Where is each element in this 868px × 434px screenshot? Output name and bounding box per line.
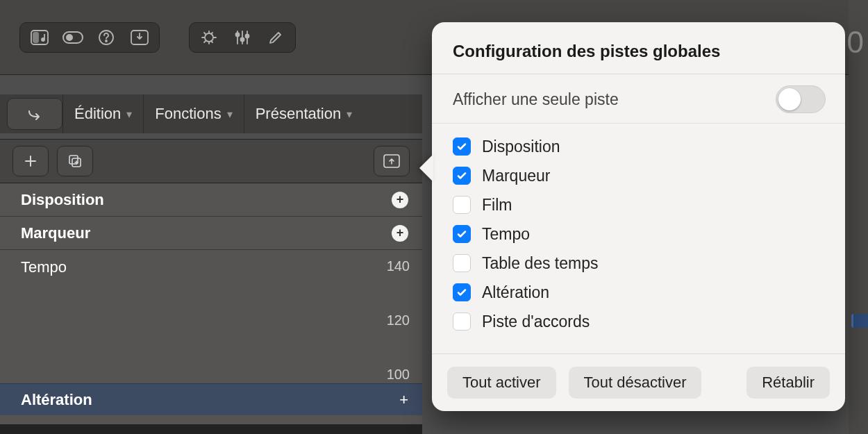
- track-label: Disposition: [21, 191, 104, 209]
- check-item-label: Film: [482, 196, 512, 215]
- bottom-divider: [0, 424, 422, 434]
- smart-controls-icon[interactable]: [192, 24, 226, 51]
- checkbox[interactable]: [453, 312, 471, 331]
- add-circle-icon[interactable]: +: [399, 391, 408, 409]
- check-item-label: Tempo: [482, 225, 530, 244]
- inspectors-icon[interactable]: [56, 24, 90, 51]
- track-disposition[interactable]: Disposition +: [0, 183, 422, 217]
- check-item-label: Table des temps: [482, 254, 598, 273]
- download-icon[interactable]: [123, 24, 156, 51]
- reset-button[interactable]: Rétablir: [746, 367, 830, 399]
- edit-icon[interactable]: [259, 24, 292, 51]
- mixer-icon[interactable]: [226, 24, 259, 51]
- check-item[interactable]: Table des temps: [453, 249, 824, 278]
- library-icon[interactable]: [23, 24, 56, 51]
- check-item[interactable]: Piste d'accords: [453, 307, 824, 336]
- single-track-toggle[interactable]: [776, 85, 826, 113]
- svg-point-11: [246, 34, 249, 37]
- checkbox[interactable]: [453, 196, 471, 214]
- track-label: Tempo: [21, 258, 67, 276]
- popover-footer: Tout activer Tout désactiver Rétablir: [432, 353, 845, 411]
- tempo-tick: 120: [387, 312, 410, 328]
- checkbox[interactable]: [453, 283, 471, 301]
- popover-arrow: [419, 154, 433, 182]
- global-tracks-button[interactable]: [374, 146, 410, 176]
- add-circle-icon[interactable]: +: [392, 225, 408, 242]
- menu-functions[interactable]: Fonctions ▾: [144, 94, 243, 133]
- svg-point-4: [67, 35, 72, 40]
- check-item-label: Altération: [482, 283, 549, 302]
- track-tempo[interactable]: Tempo 140 120 100 Altération +: [0, 250, 422, 415]
- track-label: Altération: [21, 391, 92, 409]
- track-menu-bar: Édition ▾ Fonctions ▾ Présentation ▾: [0, 94, 422, 133]
- svg-point-6: [106, 40, 107, 42]
- enable-all-button[interactable]: Tout activer: [447, 367, 556, 399]
- svg-point-10: [241, 37, 244, 41]
- add-circle-icon[interactable]: +: [392, 192, 408, 208]
- check-item[interactable]: Film: [453, 190, 824, 219]
- chevron-down-icon: ▾: [227, 108, 233, 121]
- tracks-checklist: DispositionMarqueurFilmTempoTable des te…: [432, 124, 845, 342]
- check-item-label: Piste d'accords: [482, 312, 590, 331]
- menu-edition-label: Édition: [74, 105, 121, 123]
- check-item[interactable]: Disposition: [453, 132, 824, 161]
- checkbox[interactable]: [453, 167, 471, 185]
- toolbar-group-right: [189, 22, 296, 53]
- disable-all-button[interactable]: Tout désactiver: [569, 367, 702, 399]
- chevron-down-icon: ▾: [347, 108, 352, 121]
- menu-functions-label: Fonctions: [155, 105, 221, 123]
- help-icon[interactable]: [90, 24, 123, 51]
- check-item-label: Disposition: [482, 137, 560, 156]
- svg-point-8: [205, 33, 213, 42]
- global-tracks-popover: Configuration des pistes globales Affich…: [432, 22, 845, 411]
- timeline-digit: 0: [847, 25, 864, 60]
- svg-point-9: [236, 33, 240, 36]
- toolbar-group-left: [19, 22, 160, 53]
- checkbox[interactable]: [453, 254, 471, 272]
- tempo-tick: 100: [387, 367, 410, 383]
- check-item[interactable]: Tempo: [453, 219, 824, 249]
- tempo-tick: 140: [387, 258, 410, 274]
- track-label: Marqueur: [21, 224, 90, 242]
- popover-title: Configuration des pistes globales: [432, 22, 845, 74]
- check-item-label: Marqueur: [482, 167, 550, 185]
- track-header-buttons: [0, 139, 422, 183]
- checkbox[interactable]: [453, 225, 471, 243]
- check-item[interactable]: Altération: [453, 278, 824, 307]
- duplicate-track-button[interactable]: [57, 146, 93, 176]
- add-track-button[interactable]: [12, 146, 49, 176]
- menu-presentation-label: Présentation: [256, 105, 342, 123]
- single-track-row: Afficher une seule piste: [432, 74, 845, 124]
- menu-edition[interactable]: Édition ▾: [63, 94, 143, 133]
- back-up-button[interactable]: [7, 98, 62, 130]
- menu-presentation[interactable]: Présentation ▾: [244, 94, 364, 133]
- region-peek: [851, 314, 868, 328]
- track-marqueur[interactable]: Marqueur +: [0, 217, 422, 250]
- svg-rect-1: [33, 33, 38, 42]
- chevron-down-icon: ▾: [126, 108, 132, 121]
- single-track-label: Afficher une seule piste: [453, 90, 619, 109]
- global-tracks-sidebar: Disposition + Marqueur + Tempo 140 120 1…: [0, 183, 422, 424]
- timeline-right-edge: [849, 0, 868, 434]
- check-item[interactable]: Marqueur: [453, 161, 824, 190]
- checkbox[interactable]: [453, 137, 471, 156]
